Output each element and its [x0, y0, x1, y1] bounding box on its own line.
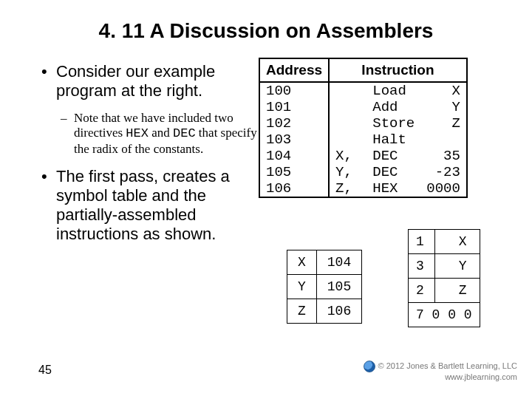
cell-label: [330, 83, 366, 99]
partial-assembly-table: 1 X 3 Y 2 Z 7 0 0 0: [408, 229, 480, 327]
cell-address: 106: [316, 299, 361, 324]
copyright-line2: www.jblearning.com: [445, 372, 517, 381]
table-row: 2 Z: [409, 279, 480, 303]
cell-addr: 104: [260, 148, 330, 164]
code-hex: HEX: [126, 126, 149, 140]
cell-operand: X: [435, 230, 480, 254]
col-instruction: Instruction: [330, 59, 466, 83]
cell-addr: 100: [260, 83, 330, 99]
cell-operand: Z: [435, 279, 480, 303]
cell-op: Store: [366, 115, 420, 132]
cell-arg: 0000: [420, 180, 466, 197]
table-row: 103 Halt: [260, 132, 466, 148]
table-row: 100 Load X: [260, 83, 466, 99]
table-row: 1 X: [409, 230, 480, 254]
cell-label: X,: [330, 148, 366, 164]
col-address: Address: [260, 59, 330, 83]
slide: 4. 11 A Discussion on Assemblers Conside…: [0, 0, 532, 399]
cell-label: [330, 115, 366, 132]
table-row: 102 Store Z: [260, 115, 466, 132]
cell-arg: Z: [420, 115, 466, 132]
page-number: 45: [38, 364, 52, 377]
text: and: [149, 126, 173, 140]
table-row: 104X, DEC 35: [260, 148, 466, 164]
cell-op: Load: [366, 83, 420, 99]
cell-addr: 106: [260, 180, 330, 197]
cell-word: 7 0 0 0: [409, 303, 480, 327]
table-row: 101 Add Y: [260, 99, 466, 115]
cell-arg: X: [420, 83, 466, 99]
bullet-2: The first pass, creates a symbol table a…: [41, 167, 263, 244]
cell-arg: 35: [420, 148, 466, 164]
copyright-line1: © 2012 Jones & Bartlett Learning, LLC: [378, 361, 518, 370]
cell-arg: [420, 132, 466, 148]
cell-symbol: Z: [287, 299, 317, 324]
cell-addr: 101: [260, 99, 330, 115]
cell-op: DEC: [366, 164, 420, 180]
program-table: Address Instruction 100 Load X 101 Add Y…: [259, 58, 468, 198]
cell-label: Z,: [330, 180, 366, 197]
publisher-logo-icon: [364, 361, 375, 372]
bullet-1-sub: Note that we have included two directive…: [61, 111, 263, 157]
table-row: Y105: [287, 275, 362, 299]
cell-label: Y,: [330, 164, 366, 180]
table-row: 106Z, HEX 0000: [260, 180, 466, 197]
symbol-table: X104 Y105 Z106: [287, 250, 362, 324]
table-row: Z106: [287, 299, 362, 324]
cell-address: 104: [316, 250, 361, 275]
cell-addr: 105: [260, 164, 330, 180]
cell-op: DEC: [366, 148, 420, 164]
cell-op: Halt: [366, 132, 420, 148]
cell-address: 105: [316, 275, 361, 299]
cell-op: HEX: [366, 180, 420, 197]
cell-arg: Y: [420, 99, 466, 115]
cell-opcode: 3: [409, 254, 435, 279]
slide-title: 4. 11 A Discussion on Assemblers: [0, 19, 532, 43]
table-row: 7 0 0 0: [409, 303, 480, 327]
cell-operand: Y: [435, 254, 480, 279]
cell-opcode: 2: [409, 279, 435, 303]
table-row: 105Y, DEC -23: [260, 164, 466, 180]
bullet-1: Consider our example program at the righ…: [41, 62, 263, 100]
cell-arg: -23: [420, 164, 466, 180]
table-header-row: Address Instruction: [260, 59, 466, 83]
body-text: Consider our example program at the righ…: [41, 62, 263, 254]
copyright: © 2012 Jones & Bartlett Learning, LLC ww…: [364, 361, 518, 383]
cell-addr: 102: [260, 115, 330, 132]
cell-op: Add: [366, 99, 420, 115]
cell-label: [330, 99, 366, 115]
cell-symbol: Y: [287, 275, 317, 299]
cell-opcode: 1: [409, 230, 435, 254]
table-row: 3 Y: [409, 254, 480, 279]
cell-label: [330, 132, 366, 148]
cell-addr: 103: [260, 132, 330, 148]
table-row: X104: [287, 250, 362, 275]
code-dec: DEC: [173, 126, 196, 140]
cell-symbol: X: [287, 250, 317, 275]
